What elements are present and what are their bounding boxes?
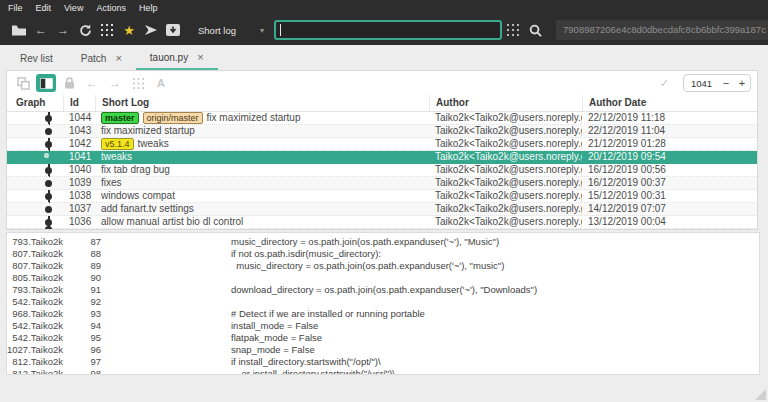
forward-icon[interactable]: →	[54, 21, 72, 39]
commit-grid-icon[interactable]	[98, 21, 116, 39]
column-header-graph[interactable]: Graph	[7, 95, 63, 111]
split-panel-toggle-icon[interactable]	[36, 74, 56, 92]
favorite-star-icon[interactable]: ★	[120, 21, 138, 39]
close-icon[interactable]: ×	[115, 52, 121, 64]
fetch-import-icon[interactable]	[164, 21, 182, 39]
blame-code: music_directory = os.path.join(os.path.e…	[103, 260, 759, 272]
commit-message-text: fix maximized startup	[207, 112, 301, 123]
commit-row[interactable]: 1038 windows compat Taiko2k<Taiko2k@user…	[7, 190, 757, 203]
log-mode-dropdown[interactable]: Short log ▾	[198, 25, 264, 36]
commit-row[interactable]: 1040 fix tab drag bug Taiko2k<Taiko2k@us…	[7, 164, 757, 177]
tab-tauon-py[interactable]: tauon.py ×	[136, 46, 218, 70]
menu-edit[interactable]: Edit	[36, 3, 52, 13]
blame-line[interactable]: 542.Taiko2k 94 install_mode = False	[7, 320, 759, 332]
blame-line[interactable]: 812.Taiko2k 97 if install_directory.star…	[7, 356, 759, 368]
blame-code: install_mode = False	[103, 320, 759, 332]
menu-help[interactable]: Help	[139, 3, 158, 13]
commit-message: add fanart.tv settings	[95, 203, 429, 215]
commit-author: Taiko2k<Taiko2k@users.noreply.gith...	[429, 125, 582, 137]
tab-label: Patch	[81, 53, 107, 64]
commit-table-header: Graph Id Short Log Author Author Date	[7, 95, 757, 112]
blame-line[interactable]: 812.Taiko2k 98 or install_directory.star…	[7, 368, 759, 375]
commit-message: fix maximized startup	[95, 125, 429, 137]
commit-message: fix tab drag bug	[95, 164, 429, 176]
menu-file[interactable]: File	[8, 3, 23, 13]
search-icon[interactable]	[526, 21, 544, 39]
tab-patch[interactable]: Patch ×	[67, 46, 136, 70]
commit-author: Taiko2k<Taiko2k@users.noreply.gith...	[429, 190, 582, 202]
blame-author: 1027.Taiko2k	[7, 344, 63, 356]
commit-row[interactable]: 1041 tweaks Taiko2k<Taiko2k@users.norepl…	[7, 151, 757, 164]
commit-rows: 1044 masterorigin/masterfix maximized st…	[7, 112, 757, 230]
menu-actions[interactable]: Actions	[96, 3, 126, 13]
font-icon[interactable]: A	[151, 74, 171, 92]
menu-bar: File Edit View Actions Help	[0, 0, 768, 15]
blame-author: 542.Taiko2k	[7, 320, 63, 332]
commit-date: 13/12/2019 00:04	[582, 216, 757, 228]
back-icon[interactable]: ←	[32, 21, 50, 39]
commit-row[interactable]: 1036 allow manual artist bio dl control …	[7, 216, 757, 229]
tab-rev-list[interactable]: Rev list	[6, 46, 67, 70]
close-icon[interactable]: ×	[197, 51, 203, 63]
blame-line[interactable]: 807.Taiko2k 88 if not os.path.isdir(musi…	[7, 248, 759, 260]
forward-icon[interactable]: →	[105, 74, 125, 92]
blame-line[interactable]: 1027.Taiko2k 96 snap_mode = False	[7, 344, 759, 356]
revision-spinner[interactable]: 1041 − +	[683, 74, 751, 92]
commit-graph-cell	[7, 151, 63, 163]
commit-hash-field[interactable]: 7908987206e4c8d0dbecdafc8cb6bbfc399a187c	[556, 20, 768, 40]
commit-graph-cell	[7, 177, 63, 189]
commit-message-text: add fanart.tv settings	[101, 203, 194, 214]
commit-row[interactable]: 1042 v5.1.4tweaks Taiko2k<Taiko2k@users.…	[7, 138, 757, 151]
filter-input[interactable]	[274, 20, 502, 40]
column-header-author-date[interactable]: Author Date	[582, 95, 757, 111]
blame-line[interactable]: 805.Taiko2k 90	[7, 272, 759, 284]
commit-date: 15/12/2019 00:31	[582, 190, 757, 202]
back-icon[interactable]: ←	[82, 74, 102, 92]
ref-badge-branch: master	[101, 112, 139, 124]
commit-row[interactable]: 1039 fixes Taiko2k<Taiko2k@users.noreply…	[7, 177, 757, 190]
blame-line[interactable]: 807.Taiko2k 89 music_directory = os.path…	[7, 260, 759, 272]
commit-node-icon	[45, 141, 52, 148]
blame-author: 807.Taiko2k	[7, 260, 63, 272]
refresh-icon[interactable]	[76, 21, 94, 39]
blame-panel: 793.Taiko2k 87 music_directory = os.path…	[6, 232, 760, 375]
blame-author: 812.Taiko2k	[7, 356, 63, 368]
check-icon: ✓	[660, 77, 669, 90]
blame-line-number: 93	[63, 308, 103, 320]
menu-view[interactable]: View	[64, 3, 83, 13]
resize-grip[interactable]	[755, 389, 766, 400]
push-icon[interactable]	[142, 21, 160, 39]
commit-graph-cell	[7, 125, 63, 137]
blame-line[interactable]: 793.Taiko2k 87 music_directory = os.path…	[7, 236, 759, 248]
blame-line[interactable]: 542.Taiko2k 95 flatpak_mode = False	[7, 332, 759, 344]
commit-row[interactable]: 1043 fix maximized startup Taiko2k<Taiko…	[7, 125, 757, 138]
blame-line-number: 94	[63, 320, 103, 332]
spinner-increment-button[interactable]: +	[734, 77, 750, 89]
lock-icon[interactable]	[59, 74, 79, 92]
blame-line[interactable]: 542.Taiko2k 92	[7, 296, 759, 308]
commit-row[interactable]: 1044 masterorigin/masterfix maximized st…	[7, 112, 757, 125]
blame-author: 793.Taiko2k	[7, 236, 63, 248]
commit-date: 22/12/2019 11:04	[582, 125, 757, 137]
spinner-decrement-button[interactable]: −	[718, 77, 734, 89]
blame-line-number: 95	[63, 332, 103, 344]
commit-graph-cell	[7, 112, 63, 124]
blame-code: snap_mode = False	[103, 344, 759, 356]
column-header-id[interactable]: Id	[63, 95, 95, 111]
open-repo-icon[interactable]	[10, 21, 28, 39]
blame-line[interactable]: 793.Taiko2k 91 download_directory = os.p…	[7, 284, 759, 296]
blame-line-number: 90	[63, 272, 103, 284]
commit-id: 1042	[63, 138, 95, 150]
grid-icon[interactable]	[128, 74, 148, 92]
copy-icon[interactable]	[13, 74, 33, 92]
column-header-author[interactable]: Author	[429, 95, 582, 111]
commit-graph-cell	[7, 138, 63, 150]
blame-line-number: 87	[63, 236, 103, 248]
grid-view-icon[interactable]	[504, 21, 522, 39]
blame-line-number: 97	[63, 356, 103, 368]
column-header-short-log[interactable]: Short Log	[95, 95, 429, 111]
blame-line[interactable]: 968.Taiko2k 93 # Detect if we are instal…	[7, 308, 759, 320]
commit-message: masterorigin/masterfix maximized startup	[95, 112, 429, 124]
commit-row[interactable]: 1037 add fanart.tv settings Taiko2k<Taik…	[7, 203, 757, 216]
blame-line-number: 98	[63, 368, 103, 375]
